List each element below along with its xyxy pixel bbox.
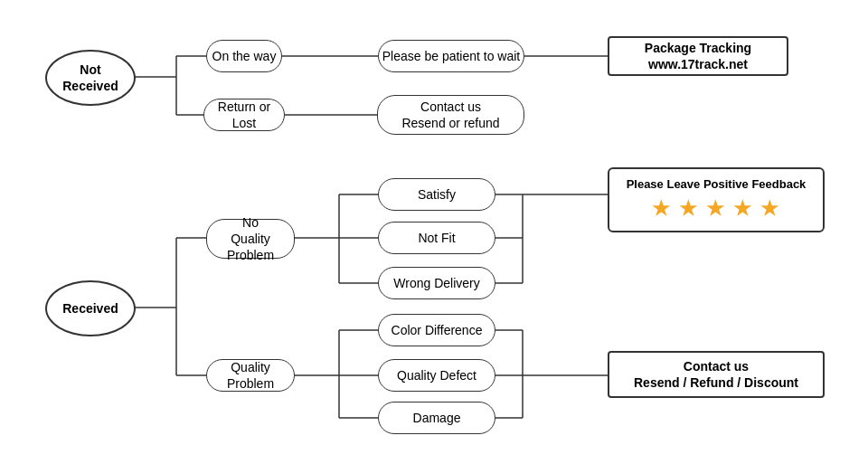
- damage-node: Damage: [378, 402, 495, 434]
- contact-us-resend-label: Contact us Resend or refund: [401, 99, 499, 131]
- not-fit-label: Not Fit: [418, 230, 455, 246]
- please-leave-feedback-node: Please Leave Positive Feedback ★ ★ ★ ★ ★: [608, 167, 825, 232]
- color-difference-node: Color Difference: [378, 314, 495, 346]
- received-node: Received: [45, 280, 136, 336]
- contact-us-resend-node: Contact us Resend or refund: [377, 95, 524, 135]
- please-be-patient-node: Please be patient to wait: [378, 40, 524, 72]
- satisfy-label: Satisfy: [418, 186, 456, 203]
- not-fit-node: Not Fit: [378, 222, 495, 254]
- stars-label: ★ ★ ★ ★ ★: [652, 196, 780, 223]
- on-the-way-label: On the way: [212, 48, 277, 64]
- received-label: Received: [62, 300, 118, 317]
- package-tracking-label: Package Tracking www.17track.net: [645, 40, 751, 72]
- return-or-lost-node: Return or Lost: [203, 99, 285, 131]
- please-be-patient-label: Please be patient to wait: [382, 48, 521, 64]
- not-received-label: NotReceived: [62, 62, 118, 94]
- return-or-lost-label: Return or Lost: [204, 99, 284, 131]
- damage-label: Damage: [413, 410, 461, 426]
- quality-problem-node: Quality Problem: [206, 359, 295, 392]
- on-the-way-node: On the way: [206, 40, 282, 72]
- satisfy-node: Satisfy: [378, 178, 495, 211]
- no-quality-problem-node: No Quality Problem: [206, 219, 295, 259]
- quality-defect-label: Quality Defect: [397, 367, 476, 384]
- no-quality-problem-label: No Quality Problem: [207, 214, 294, 264]
- quality-problem-label: Quality Problem: [207, 359, 294, 392]
- please-leave-feedback-label: Please Leave Positive Feedback: [627, 177, 807, 193]
- color-difference-label: Color Difference: [392, 322, 483, 338]
- quality-defect-node: Quality Defect: [378, 359, 495, 392]
- not-received-node: NotReceived: [45, 50, 136, 106]
- wrong-delivery-node: Wrong Delivery: [378, 267, 495, 299]
- wrong-delivery-label: Wrong Delivery: [393, 275, 479, 291]
- package-tracking-node: Package Tracking www.17track.net: [608, 36, 788, 76]
- contact-us-resend2-node: Contact us Resend / Refund / Discount: [608, 351, 825, 398]
- contact-us-resend2-label: Contact us Resend / Refund / Discount: [634, 358, 798, 391]
